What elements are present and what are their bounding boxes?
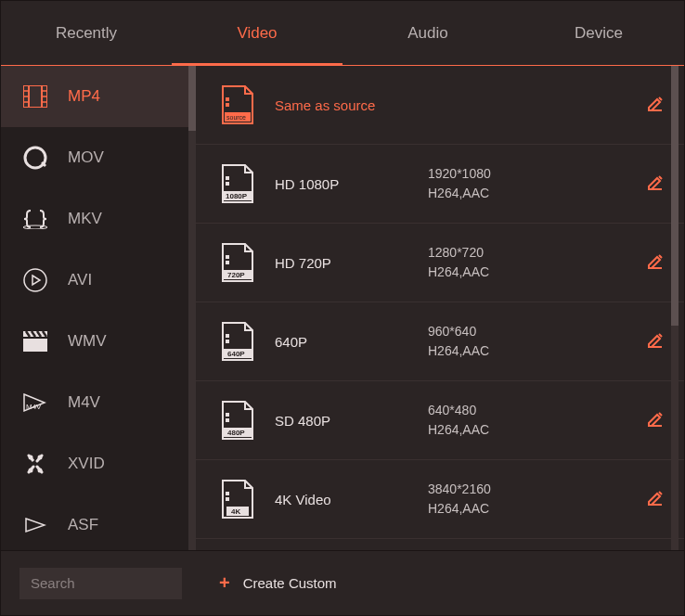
preset-resolution: 960*640: [428, 322, 489, 341]
preset-name: HD 1080P: [275, 176, 428, 192]
edit-preset-button[interactable]: [647, 490, 666, 508]
svg-rect-39: [226, 497, 229, 501]
preset-name: HD 720P: [275, 255, 428, 271]
source-file-icon: source: [219, 83, 256, 127]
preset-resolution: 640*480: [428, 401, 489, 420]
svg-rect-22: [226, 176, 229, 180]
preset-codec: H264,AAC: [428, 184, 491, 203]
main-area: MP4 MOV MKV AVI: [1, 66, 684, 550]
sidebar-scrollbar-track: [188, 66, 196, 550]
svg-rect-18: [226, 97, 229, 101]
sidebar-item-label: AVI: [68, 271, 92, 289]
sidebar-item-wmv[interactable]: WMV: [1, 311, 196, 372]
preset-name: 640P: [275, 334, 428, 350]
clapper-icon: [21, 331, 49, 352]
x-cross-icon: [21, 454, 49, 474]
quicktime-icon: [21, 146, 49, 170]
sidebar-item-label: ASF: [68, 516, 98, 534]
svg-rect-35: [226, 418, 229, 422]
sidebar-item-label: MOV: [68, 148, 104, 167]
svg-rect-30: [226, 334, 229, 338]
preset-details: 1920*1080 H264,AAC: [428, 164, 491, 203]
tab-audio[interactable]: Audio: [342, 1, 513, 65]
preset-list: source Same as source 1080P HD 1080P 192…: [196, 66, 684, 550]
sidebar-item-mp4[interactable]: MP4: [1, 66, 196, 127]
preset-name: 4K Video: [275, 492, 428, 507]
sidebar-item-label: WMV: [68, 332, 107, 351]
sidebar-item-label: MP4: [68, 87, 100, 106]
preset-details: 3840*2160 H264,AAC: [428, 480, 491, 519]
tab-recently[interactable]: Recently: [1, 1, 172, 65]
sidebar-item-mkv[interactable]: MKV: [1, 188, 196, 250]
file-1080p-icon: 1080P: [219, 161, 256, 206]
edit-preset-button[interactable]: [647, 96, 666, 114]
svg-text:4K: 4K: [231, 507, 240, 516]
edit-preset-button[interactable]: [647, 332, 666, 351]
svg-rect-26: [226, 255, 229, 259]
play-circle-icon: [21, 268, 49, 292]
footer-bar: + Create Custom: [1, 550, 684, 615]
file-640p-icon: 640P: [219, 319, 256, 364]
svg-text:640P: 640P: [227, 350, 245, 358]
svg-rect-23: [226, 182, 229, 186]
svg-rect-31: [226, 340, 229, 343]
preset-hd-720p[interactable]: 720P HD 720P 1280*720 H264,AAC: [196, 224, 684, 302]
search-input[interactable]: [19, 568, 182, 599]
preset-resolution: 3840*2160: [428, 480, 491, 499]
svg-rect-38: [226, 492, 229, 495]
sidebar-item-asf[interactable]: ASF: [1, 494, 196, 550]
preset-name: SD 480P: [275, 413, 428, 429]
tab-video[interactable]: Video: [172, 1, 342, 65]
file-480p-icon: 480P: [219, 398, 256, 443]
svg-point-16: [29, 468, 33, 473]
plus-icon: +: [219, 572, 230, 594]
svg-text:source: source: [226, 114, 246, 121]
preset-details: 640*480 H264,AAC: [428, 401, 489, 440]
svg-rect-19: [226, 103, 229, 107]
sidebar-scrollbar-thumb[interactable]: [188, 66, 196, 131]
m4v-play-icon: M4V: [21, 392, 49, 413]
sidebar-item-avi[interactable]: AVI: [1, 250, 196, 311]
sidebar-item-label: MKV: [68, 210, 102, 228]
braces-icon: [21, 209, 49, 229]
tabs-bar: Recently Video Audio Device: [1, 1, 684, 66]
edit-preset-button[interactable]: [647, 174, 666, 193]
edit-preset-button[interactable]: [647, 253, 666, 272]
preset-codec: H264,AAC: [428, 499, 491, 519]
sidebar-item-label: M4V: [68, 393, 100, 412]
svg-text:480P: 480P: [227, 429, 245, 437]
format-sidebar: MP4 MOV MKV AVI: [1, 66, 196, 550]
sidebar-item-m4v[interactable]: M4V M4V: [1, 372, 196, 433]
preset-hd-1080p[interactable]: 1080P HD 1080P 1920*1080 H264,AAC: [196, 145, 684, 224]
preset-640p[interactable]: 640P 640P 960*640 H264,AAC: [196, 302, 684, 381]
create-custom-label: Create Custom: [243, 575, 337, 591]
film-icon: [21, 85, 49, 108]
svg-rect-27: [226, 261, 229, 264]
triangle-icon: [21, 517, 49, 533]
preset-details: 960*640 H264,AAC: [428, 322, 489, 361]
svg-text:1080P: 1080P: [226, 192, 248, 200]
file-720p-icon: 720P: [219, 240, 256, 285]
svg-rect-12: [23, 339, 47, 352]
svg-point-17: [38, 468, 43, 473]
svg-point-11: [24, 269, 46, 291]
preset-codec: H264,AAC: [428, 341, 489, 361]
svg-text:M4V: M4V: [26, 403, 42, 411]
preset-sd-480p[interactable]: 480P SD 480P 640*480 H264,AAC: [196, 381, 684, 460]
tab-device[interactable]: Device: [513, 1, 684, 65]
sidebar-item-label: XVID: [68, 455, 105, 473]
edit-preset-button[interactable]: [647, 411, 666, 430]
preset-resolution: 1920*1080: [428, 164, 491, 184]
svg-point-15: [38, 456, 43, 460]
file-4k-icon: 4K: [219, 477, 256, 521]
preset-codec: H264,AAC: [428, 420, 489, 440]
preset-same-as-source[interactable]: source Same as source: [196, 66, 684, 145]
create-custom-button[interactable]: + Create Custom: [219, 572, 337, 594]
sidebar-item-mov[interactable]: MOV: [1, 127, 196, 188]
sidebar-item-xvid[interactable]: XVID: [1, 433, 196, 494]
preset-details: 1280*720 H264,AAC: [428, 243, 489, 282]
preset-4k-video[interactable]: 4K 4K Video 3840*2160 H264,AAC: [196, 460, 684, 539]
preset-codec: H264,AAC: [428, 263, 489, 282]
content-scrollbar-thumb[interactable]: [671, 66, 679, 326]
preset-name: Same as source: [275, 97, 428, 113]
